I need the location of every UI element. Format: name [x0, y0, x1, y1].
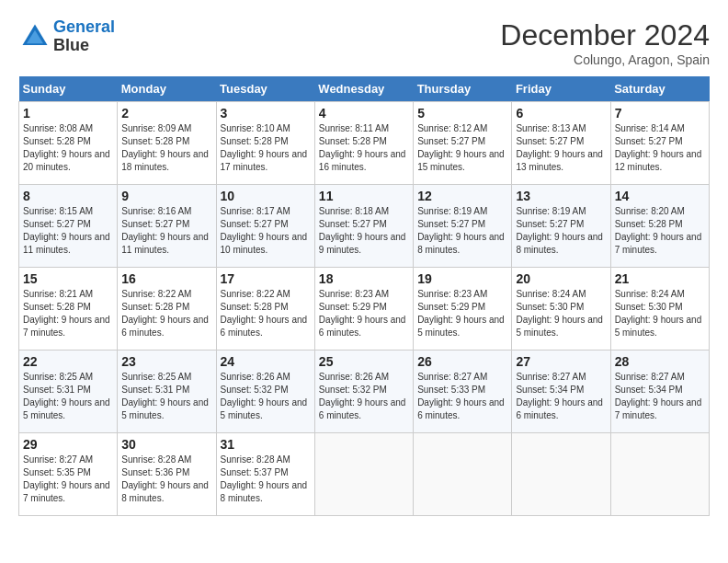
- calendar-cell: 12 Sunrise: 8:19 AM Sunset: 5:27 PM Dayl…: [414, 185, 512, 268]
- page-header: General Blue December 2024 Colungo, Arag…: [18, 18, 710, 67]
- day-info: Sunrise: 8:24 AM Sunset: 5:30 PM Dayligh…: [615, 288, 705, 339]
- logo-line1: General: [53, 17, 115, 36]
- calendar-week-5: 29 Sunrise: 8:27 AM Sunset: 5:35 PM Dayl…: [19, 433, 710, 516]
- calendar-cell: [414, 433, 512, 516]
- calendar-cell: 26 Sunrise: 8:27 AM Sunset: 5:33 PM Dayl…: [414, 350, 512, 433]
- day-number: 30: [121, 437, 211, 452]
- calendar-cell: 2 Sunrise: 8:09 AM Sunset: 5:28 PM Dayli…: [118, 102, 216, 185]
- calendar-cell: 6 Sunrise: 8:13 AM Sunset: 5:27 PM Dayli…: [512, 102, 610, 185]
- day-number: 21: [615, 271, 705, 286]
- day-info: Sunrise: 8:14 AM Sunset: 5:27 PM Dayligh…: [615, 122, 705, 174]
- day-number: 26: [417, 354, 507, 369]
- calendar-cell: [512, 433, 610, 516]
- dow-tuesday: Tuesday: [216, 76, 314, 102]
- day-number: 31: [221, 437, 311, 452]
- day-number: 11: [319, 189, 409, 203]
- calendar-cell: 18 Sunrise: 8:23 AM Sunset: 5:29 PM Dayl…: [314, 268, 413, 350]
- day-number: 22: [23, 354, 113, 369]
- day-number: 17: [221, 271, 311, 286]
- day-info: Sunrise: 8:18 AM Sunset: 5:27 PM Dayligh…: [319, 205, 409, 257]
- day-number: 12: [417, 189, 507, 203]
- day-number: 16: [121, 271, 211, 286]
- dow-wednesday: Wednesday: [314, 76, 413, 102]
- day-info: Sunrise: 8:16 AM Sunset: 5:27 PM Dayligh…: [121, 205, 211, 257]
- calendar-table: SundayMondayTuesdayWednesdayThursdayFrid…: [18, 76, 710, 516]
- day-info: Sunrise: 8:11 AM Sunset: 5:28 PM Dayligh…: [319, 122, 409, 174]
- dow-saturday: Saturday: [610, 76, 709, 102]
- day-number: 2: [121, 106, 211, 121]
- calendar-cell: 29 Sunrise: 8:27 AM Sunset: 5:35 PM Dayl…: [19, 433, 118, 516]
- day-number: 15: [23, 271, 113, 286]
- calendar-cell: 17 Sunrise: 8:22 AM Sunset: 5:28 PM Dayl…: [216, 268, 314, 350]
- location-subtitle: Colungo, Aragon, Spain: [500, 52, 710, 67]
- day-info: Sunrise: 8:24 AM Sunset: 5:30 PM Dayligh…: [516, 288, 606, 339]
- calendar-cell: 30 Sunrise: 8:28 AM Sunset: 5:36 PM Dayl…: [118, 433, 216, 516]
- day-info: Sunrise: 8:27 AM Sunset: 5:34 PM Dayligh…: [615, 371, 705, 422]
- day-info: Sunrise: 8:17 AM Sunset: 5:27 PM Dayligh…: [221, 205, 311, 257]
- dow-monday: Monday: [118, 76, 216, 102]
- day-info: Sunrise: 8:21 AM Sunset: 5:28 PM Dayligh…: [23, 288, 113, 339]
- dow-sunday: Sunday: [19, 76, 118, 102]
- day-info: Sunrise: 8:22 AM Sunset: 5:28 PM Dayligh…: [121, 288, 211, 339]
- day-info: Sunrise: 8:08 AM Sunset: 5:28 PM Dayligh…: [23, 122, 113, 174]
- calendar-cell: 15 Sunrise: 8:21 AM Sunset: 5:28 PM Dayl…: [19, 268, 118, 350]
- calendar-week-3: 15 Sunrise: 8:21 AM Sunset: 5:28 PM Dayl…: [19, 268, 710, 350]
- calendar-cell: [610, 433, 709, 516]
- calendar-cell: 11 Sunrise: 8:18 AM Sunset: 5:27 PM Dayl…: [314, 185, 413, 268]
- calendar-week-2: 8 Sunrise: 8:15 AM Sunset: 5:27 PM Dayli…: [19, 185, 710, 268]
- day-info: Sunrise: 8:15 AM Sunset: 5:27 PM Dayligh…: [23, 205, 113, 257]
- day-number: 18: [319, 271, 409, 286]
- calendar-week-1: 1 Sunrise: 8:08 AM Sunset: 5:28 PM Dayli…: [19, 102, 710, 185]
- day-info: Sunrise: 8:26 AM Sunset: 5:32 PM Dayligh…: [221, 371, 311, 422]
- day-info: Sunrise: 8:27 AM Sunset: 5:34 PM Dayligh…: [516, 371, 606, 422]
- day-info: Sunrise: 8:13 AM Sunset: 5:27 PM Dayligh…: [516, 122, 606, 174]
- dow-thursday: Thursday: [414, 76, 512, 102]
- day-number: 27: [516, 354, 606, 369]
- day-info: Sunrise: 8:19 AM Sunset: 5:27 PM Dayligh…: [417, 205, 507, 257]
- calendar-week-4: 22 Sunrise: 8:25 AM Sunset: 5:31 PM Dayl…: [19, 350, 710, 433]
- calendar-cell: 31 Sunrise: 8:28 AM Sunset: 5:37 PM Dayl…: [216, 433, 314, 516]
- calendar-cell: 23 Sunrise: 8:25 AM Sunset: 5:31 PM Dayl…: [118, 350, 216, 433]
- day-number: 10: [221, 189, 311, 203]
- day-info: Sunrise: 8:25 AM Sunset: 5:31 PM Dayligh…: [23, 371, 113, 422]
- calendar-cell: 22 Sunrise: 8:25 AM Sunset: 5:31 PM Dayl…: [19, 350, 118, 433]
- dow-friday: Friday: [512, 76, 610, 102]
- day-number: 29: [23, 437, 113, 452]
- day-number: 5: [417, 106, 507, 121]
- calendar-cell: 10 Sunrise: 8:17 AM Sunset: 5:27 PM Dayl…: [216, 185, 314, 268]
- calendar-cell: 9 Sunrise: 8:16 AM Sunset: 5:27 PM Dayli…: [118, 185, 216, 268]
- day-number: 6: [516, 106, 606, 121]
- calendar-cell: 16 Sunrise: 8:22 AM Sunset: 5:28 PM Dayl…: [118, 268, 216, 350]
- day-number: 3: [221, 106, 311, 121]
- calendar-cell: 21 Sunrise: 8:24 AM Sunset: 5:30 PM Dayl…: [610, 268, 709, 350]
- month-title: December 2024: [500, 18, 710, 52]
- calendar-cell: 20 Sunrise: 8:24 AM Sunset: 5:30 PM Dayl…: [512, 268, 610, 350]
- calendar-cell: 24 Sunrise: 8:26 AM Sunset: 5:32 PM Dayl…: [216, 350, 314, 433]
- calendar-cell: 13 Sunrise: 8:19 AM Sunset: 5:27 PM Dayl…: [512, 185, 610, 268]
- day-number: 19: [417, 271, 507, 286]
- day-info: Sunrise: 8:09 AM Sunset: 5:28 PM Dayligh…: [121, 122, 211, 174]
- calendar-cell: 8 Sunrise: 8:15 AM Sunset: 5:27 PM Dayli…: [19, 185, 118, 268]
- day-info: Sunrise: 8:28 AM Sunset: 5:36 PM Dayligh…: [121, 454, 211, 505]
- day-info: Sunrise: 8:20 AM Sunset: 5:28 PM Dayligh…: [615, 205, 705, 257]
- day-info: Sunrise: 8:25 AM Sunset: 5:31 PM Dayligh…: [121, 371, 211, 422]
- day-number: 9: [121, 189, 211, 203]
- day-number: 24: [221, 354, 311, 369]
- day-info: Sunrise: 8:12 AM Sunset: 5:27 PM Dayligh…: [417, 122, 507, 174]
- day-info: Sunrise: 8:23 AM Sunset: 5:29 PM Dayligh…: [319, 288, 409, 339]
- logo-text: General Blue: [53, 18, 115, 55]
- calendar-cell: 27 Sunrise: 8:27 AM Sunset: 5:34 PM Dayl…: [512, 350, 610, 433]
- day-number: 13: [516, 189, 606, 203]
- calendar-cell: 19 Sunrise: 8:23 AM Sunset: 5:29 PM Dayl…: [414, 268, 512, 350]
- day-number: 28: [615, 354, 705, 369]
- day-info: Sunrise: 8:10 AM Sunset: 5:28 PM Dayligh…: [221, 122, 311, 174]
- day-info: Sunrise: 8:19 AM Sunset: 5:27 PM Dayligh…: [516, 205, 606, 257]
- calendar-cell: 4 Sunrise: 8:11 AM Sunset: 5:28 PM Dayli…: [314, 102, 413, 185]
- day-number: 8: [23, 189, 113, 203]
- day-info: Sunrise: 8:22 AM Sunset: 5:28 PM Dayligh…: [221, 288, 311, 339]
- title-block: December 2024 Colungo, Aragon, Spain: [500, 18, 710, 67]
- calendar-cell: 3 Sunrise: 8:10 AM Sunset: 5:28 PM Dayli…: [216, 102, 314, 185]
- day-number: 14: [615, 189, 705, 203]
- day-number: 1: [23, 106, 113, 121]
- calendar-cell: 28 Sunrise: 8:27 AM Sunset: 5:34 PM Dayl…: [610, 350, 709, 433]
